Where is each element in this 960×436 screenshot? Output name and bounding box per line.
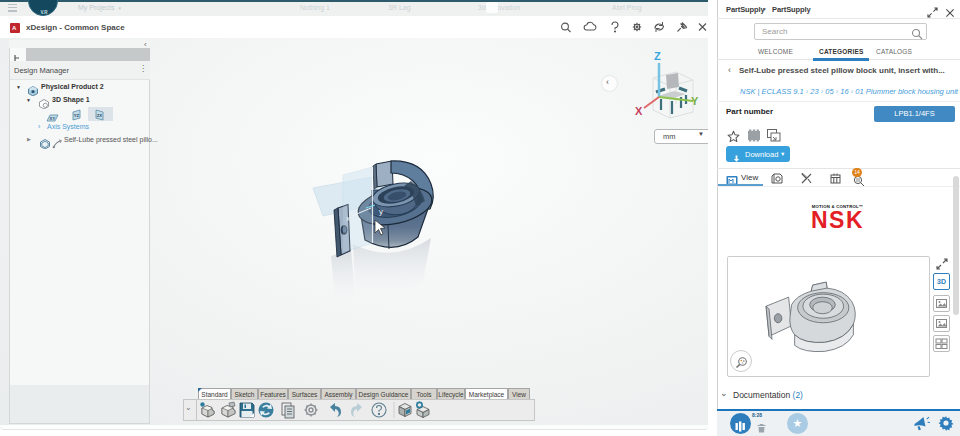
svg-text:XY: XY [50, 116, 56, 121]
svg-text:x: x [346, 214, 350, 223]
svg-text:X: X [635, 105, 643, 117]
svg-text:V.R: V.R [40, 10, 48, 15]
svg-text:y: y [379, 207, 383, 216]
svg-text:YZ: YZ [74, 113, 80, 118]
svg-text:Z: Z [654, 50, 661, 62]
svg-text:Y: Y [691, 95, 699, 107]
svg-text:ZX: ZX [97, 113, 103, 118]
